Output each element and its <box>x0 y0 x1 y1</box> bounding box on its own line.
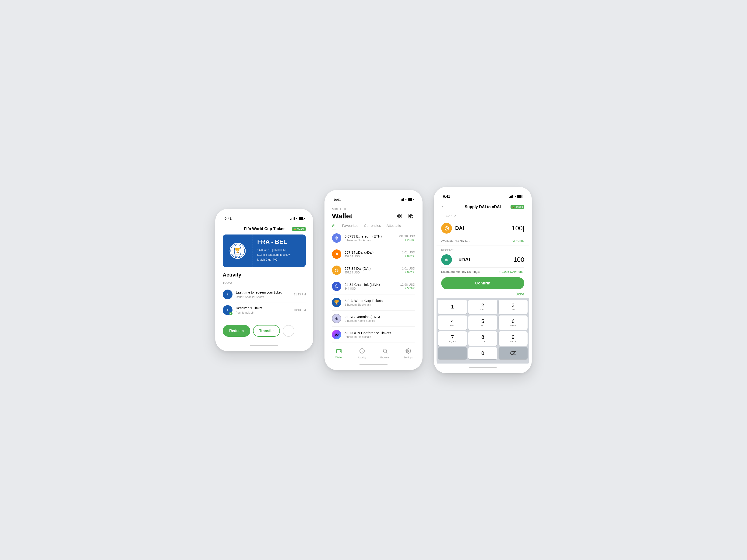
scan-icon[interactable] <box>395 212 403 220</box>
back-button-1[interactable]: ← <box>223 226 227 232</box>
tab-favourites[interactable]: Favourites <box>342 223 358 230</box>
token-name-xdai: 567.34 xDai (xDai) <box>344 250 399 254</box>
numpad-9-num: 9 <box>512 335 515 340</box>
numpad-1[interactable]: 1 <box>438 300 467 314</box>
edcon-icon: 🎟 <box>332 330 341 339</box>
token-name-eth: 5.6733 Ethereum (ETH) <box>344 234 395 238</box>
token-chain-edcon: Ethereum Blockchain <box>344 335 412 339</box>
svg-point-26 <box>383 349 387 352</box>
svg-text:RUSSIA 2018: RUSSIA 2018 <box>234 256 241 257</box>
token-ens[interactable]: ◈ 2 ENS Domains (ENS) Ethereum Name Serv… <box>332 311 415 327</box>
more-button[interactable]: ··· <box>283 325 294 337</box>
svg-rect-17 <box>412 217 413 217</box>
token-eth[interactable]: 5.6733 Ethereum (ETH) Ethereum Blockchai… <box>332 230 415 246</box>
aw-badge-text-3: aw.app <box>515 206 523 208</box>
supply-token-row: ◎ DAI 100| <box>437 220 529 237</box>
nav-wallet[interactable]: Wallet <box>332 348 346 359</box>
numpad-2[interactable]: 2 ABC <box>468 300 497 314</box>
redeem-button[interactable]: Redeem <box>223 325 250 337</box>
tab-all[interactable]: All <box>332 223 336 230</box>
token-change-link: + 5.79% <box>400 287 415 290</box>
activity-desc-1: Last time to redeem your ticket <box>236 290 291 295</box>
svg-point-28 <box>408 350 409 352</box>
supply-header-title: Supply DAI to cDAI <box>465 205 501 209</box>
token-usd-xdai: 1.01 USD <box>402 250 415 254</box>
svg-marker-20 <box>335 236 337 239</box>
supply-amount-input[interactable]: 100| <box>512 224 524 232</box>
nav-browser[interactable]: Browser <box>378 348 392 359</box>
nav-settings[interactable]: Settings <box>401 348 415 359</box>
numpad-7[interactable]: 7 PQRS <box>438 331 467 346</box>
numpad-row-1: 1 2 ABC 3 DEF <box>438 300 527 314</box>
settings-nav-icon <box>406 348 411 355</box>
token-link[interactable]: ⬡ 24.34 Chainlink (LINK) 344 USD 12.98 U… <box>332 278 415 294</box>
tab-currencies[interactable]: Currencies <box>364 223 381 230</box>
numpad-1-num: 1 <box>451 304 454 310</box>
wallet-subtitle: MIKE.ETH <box>332 208 415 211</box>
svg-rect-18 <box>412 218 412 218</box>
numpad-2-alpha: ABC <box>480 309 485 311</box>
token-usd-eth: 232.98 USD <box>398 235 415 238</box>
token-value-xdai: 1.01 USD + 0.01% <box>402 250 415 258</box>
numpad-delete[interactable]: ⌫ <box>499 347 527 359</box>
numpad-done[interactable]: Done <box>437 289 529 298</box>
ticket-venue: Luzhniki Stadium, Moscow <box>257 252 302 257</box>
token-info-link: 24.34 Chainlink (LINK) 344 USD <box>344 283 397 290</box>
activity-highlight-1: Last time <box>236 291 250 294</box>
numpad-9[interactable]: 9 WXYZ <box>499 331 527 346</box>
back-button-3[interactable]: ← <box>441 205 445 209</box>
activity-text-2: Received 1 Ticket from tomek.eth <box>236 306 291 314</box>
battery-icon-3 <box>517 195 522 198</box>
aw-badge-3: 🔒 aw.app <box>511 205 524 209</box>
bottom-nav: Wallet Activity Browser <box>327 345 420 360</box>
all-funds-button[interactable]: All Funds <box>512 239 524 242</box>
status-bar-3: 9:41 ▾ <box>437 190 529 202</box>
nav-browser-label: Browser <box>380 356 390 359</box>
numpad-0[interactable]: 0 <box>468 347 497 359</box>
token-chain-xdai: 457.34 USD <box>344 255 399 258</box>
numpad-6[interactable]: 6 MNO <box>499 316 527 330</box>
token-edcon[interactable]: 🎟 5 EDCON Conference Tickets Ethereum Bl… <box>332 327 415 343</box>
ticket-detail: 14/06/2018 | 06:00 PM Luzhniki Stadium, … <box>257 248 302 262</box>
numpad-5[interactable]: 5 JKL <box>468 316 497 330</box>
status-time-3: 9:41 <box>443 194 450 198</box>
receive-label: RECEIVE <box>441 249 524 251</box>
lock-icon-1: 🔒 <box>293 228 296 230</box>
est-value: + 0.035 DAI/month <box>499 270 524 273</box>
numpad-7-num: 7 <box>451 335 454 340</box>
phone-wallet-inner: 9:41 ▾ MIKE.ETH Wallet <box>327 193 420 367</box>
nav-activity[interactable]: Activity <box>355 348 369 359</box>
numpad-4[interactable]: 4 GHI <box>438 316 467 330</box>
supply-header: ← Supply DAI to cDAI 🔒 aw.app <box>437 202 529 213</box>
transfer-button[interactable]: Transfer <box>253 325 280 337</box>
token-fifa[interactable]: 🏆 3 Fifa World Cup Tickets Ethereum Bloc… <box>332 294 415 311</box>
ticket-header: ← Fifa World Cup Ticket 🔒 aw.app <box>218 223 310 235</box>
token-dai[interactable]: ◎ 567.34 Dai (DAI) 457.34 USD 1.01 USD +… <box>332 262 415 278</box>
tab-attestatic[interactable]: Attestatic <box>387 223 401 230</box>
dai-icon: ◎ <box>332 266 341 275</box>
confirm-button[interactable]: Confirm <box>441 277 524 289</box>
numpad-3[interactable]: 3 DEF <box>499 300 527 314</box>
status-time-1: 9:41 <box>225 216 232 220</box>
estimated-earnings: Estimated Monthly Earnings: + 0.035 DAI/… <box>437 268 529 277</box>
numpad-2-num: 2 <box>481 303 484 308</box>
numpad-8[interactable]: 8 TUV <box>468 331 497 346</box>
aw-badge-1: 🔒 aw.app <box>292 227 306 231</box>
signal-icon-1 <box>290 217 294 220</box>
wifi-icon-2: ▾ <box>405 198 407 201</box>
numpad-8-num: 8 <box>481 335 484 340</box>
today-label: TODAY <box>223 281 306 285</box>
wallet-title: Wallet <box>332 212 352 220</box>
token-value-dai: 1.01 USD + 0.01% <box>402 267 415 274</box>
ticket-date: 14/06/2018 | 06:00 PM <box>257 248 302 252</box>
token-xdai[interactable]: ✕ 567.34 xDai (xDai) 457.34 USD 1.01 USD… <box>332 246 415 262</box>
token-value-eth: 232.98 USD + 2.53% <box>398 235 415 242</box>
phone-supply: 9:41 ▾ ← Supply DAI to cDAI 🔒 aw.app <box>434 187 532 373</box>
svg-marker-21 <box>337 236 338 239</box>
delete-icon: ⌫ <box>510 350 516 356</box>
numpad-6-alpha: MNO <box>510 324 516 327</box>
qr-icon[interactable] <box>407 212 415 220</box>
supply-token-name: DAI <box>455 225 509 231</box>
activity-time-1: 11:13 PM <box>294 293 306 296</box>
supply-label-wrapper: SUPPLY <box>437 213 529 220</box>
